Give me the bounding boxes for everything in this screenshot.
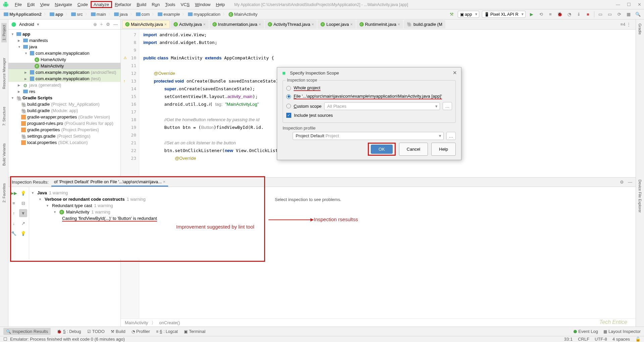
radio-custom-scope[interactable]: Custom scope All Places …	[286, 101, 452, 111]
status-icon[interactable]: ☐	[3, 337, 7, 342]
tab-instrumentation[interactable]: CInstrumentation.java×	[209, 20, 264, 29]
tab-mainactivity[interactable]: CMainActivity.java×	[122, 20, 170, 29]
stop-icon[interactable]: ■	[585, 11, 591, 18]
sync-icon[interactable]: ⟳	[616, 11, 623, 18]
search-icon[interactable]: 🔍	[635, 11, 641, 18]
crumb-root[interactable]: MyApplication2	[3, 11, 43, 17]
profile-browse[interactable]: …	[446, 132, 456, 140]
tool-terminal[interactable]: ▣ Terminal	[184, 329, 205, 334]
custom-scope-select[interactable]: All Places	[324, 102, 440, 110]
crumb-main[interactable]: main	[90, 11, 107, 17]
tab-buildgradle[interactable]: 🐘build.gradle (M	[404, 20, 445, 29]
minimize-icon[interactable]: —	[616, 2, 620, 7]
sidetab-gradle[interactable]: Gradle	[637, 21, 643, 37]
menu-help[interactable]: Help	[213, 1, 228, 8]
run-config-selector[interactable]: ▣ app	[458, 11, 479, 18]
lock-icon[interactable]: 🔓	[635, 337, 641, 342]
attach-debugger-icon[interactable]: ⇓	[575, 11, 582, 18]
inspection-tab[interactable]: of 'Project Default' Profile on File '..…	[51, 178, 168, 187]
cancel-button[interactable]: Cancel	[399, 143, 428, 156]
menu-window[interactable]: Window	[192, 1, 213, 8]
crumb-class[interactable]: CMainActivity	[228, 11, 258, 17]
file-encoding[interactable]: UTF-8	[595, 337, 607, 342]
sidetab-device-file-explorer[interactable]: Device File Explorer	[637, 178, 643, 214]
help-button[interactable]: Help	[431, 143, 456, 156]
wrench-icon[interactable]: 🔧	[10, 229, 18, 237]
crumb-myapp[interactable]: myapplication	[187, 11, 221, 17]
menu-view[interactable]: View	[37, 1, 52, 8]
tab-runtimeinit[interactable]: CRuntimeInit.java×	[356, 20, 403, 29]
indent-setting[interactable]: 4 spaces	[612, 337, 630, 342]
menu-run[interactable]: Run	[149, 1, 162, 8]
maximize-icon[interactable]: ☐	[627, 2, 631, 7]
profile-icon[interactable]: ◔	[566, 11, 573, 18]
tool-inspection-results[interactable]: 🔍 Inspection Results	[3, 328, 51, 335]
collapse-icon[interactable]: ÷	[100, 22, 103, 27]
tool-todo[interactable]: ☑ TODO	[87, 329, 105, 334]
settings-icon[interactable]: ⚙	[106, 22, 110, 27]
crumb-example[interactable]: example	[157, 11, 181, 17]
proj-struct-icon[interactable]: ▦	[625, 11, 632, 18]
hammer-icon[interactable]: ⚒	[448, 11, 455, 18]
cursor-position[interactable]: 33:1	[564, 337, 573, 342]
menu-refactor[interactable]: Refactor	[112, 1, 134, 8]
project-view-label[interactable]: Android	[19, 22, 34, 27]
menu-edit[interactable]: Edit	[24, 1, 37, 8]
hide-icon[interactable]: —	[628, 180, 632, 185]
bulb-icon[interactable]: 💡	[19, 189, 27, 197]
gear-icon[interactable]: ⚙	[620, 180, 624, 185]
export-icon[interactable]: ↗	[19, 219, 27, 227]
ideas-icon[interactable]: 💡	[19, 229, 27, 237]
line-ending[interactable]: CRLF	[578, 337, 589, 342]
debug-icon[interactable]: 🐞	[556, 11, 563, 18]
tabs-overflow[interactable]: ≡4 ⋮	[617, 22, 634, 27]
apply-changes-icon[interactable]: ⟲	[538, 11, 544, 18]
avd-icon[interactable]: ▭	[597, 11, 604, 18]
tool-debug[interactable]: 🐞 5: Debug	[57, 329, 81, 334]
close-window-icon[interactable]: ✕	[638, 2, 641, 7]
collapse-all-icon[interactable]: ≡	[10, 199, 18, 207]
gutter[interactable]: 789⚠101112↑1314151617181920212223	[121, 30, 139, 319]
tool-logcat[interactable]: ≡ 6: Logcat	[156, 329, 178, 334]
next-icon[interactable]: ↓	[10, 219, 18, 227]
inspection-tree[interactable]: ▼Java 1 warning ▼Verbose or redundant co…	[29, 187, 271, 259]
run-icon[interactable]: ▶	[528, 11, 535, 18]
target-icon[interactable]: ⊕	[93, 22, 97, 27]
sidetab-resource-manager[interactable]: Resource Manager	[1, 56, 7, 91]
menu-file[interactable]: FFileile	[12, 1, 24, 8]
expand-all-icon[interactable]: ⊟	[19, 199, 27, 207]
checkbox-include-tests[interactable]: ✓Include test sources	[286, 111, 452, 119]
ok-button[interactable]: OK	[371, 145, 393, 154]
profile-select[interactable]: Project Default Project	[293, 132, 444, 140]
menu-code[interactable]: Code	[75, 1, 91, 8]
sidetab-favorites[interactable]: 2: Favorites	[1, 181, 7, 204]
sdk-icon[interactable]: ▭	[606, 11, 613, 18]
sidetab-project[interactable]: 1: Project	[1, 23, 7, 42]
radio-file[interactable]: File '...\app\src\main\java\com\example\…	[286, 92, 452, 101]
tool-layout-inspector[interactable]: ▦ Layout Inspector	[603, 329, 641, 334]
tab-looper[interactable]: CLooper.java×	[317, 20, 355, 29]
menu-tools[interactable]: Tools	[162, 1, 178, 8]
hide-icon[interactable]: —	[113, 22, 118, 27]
rerun-icon[interactable]: ▶▶	[10, 189, 18, 197]
tool-build[interactable]: ⚒ Build	[111, 329, 126, 334]
prev-icon[interactable]: ↑	[10, 209, 18, 217]
close-icon[interactable]: ✕	[453, 70, 457, 76]
editor-breadcrumb[interactable]: MainActivity〉onCreate()	[121, 319, 636, 327]
sidetab-build-variants[interactable]: Build Variants	[1, 141, 7, 168]
device-selector[interactable]: 📱 Pixel XL API R	[482, 11, 526, 18]
custom-scope-browse[interactable]: …	[443, 102, 452, 110]
filter-icon[interactable]: ▼	[19, 209, 27, 217]
tab-activity[interactable]: CActivity.java×	[170, 20, 209, 29]
tab-activitythread[interactable]: CActivityThread.java×	[265, 20, 317, 29]
menu-build[interactable]: Build	[134, 1, 149, 8]
radio-whole-project[interactable]: Whole project	[286, 84, 452, 92]
crumb-src[interactable]: src	[70, 11, 84, 17]
crumb-app[interactable]: app	[49, 11, 64, 17]
restart-activity-icon[interactable]: ≡	[547, 11, 554, 18]
sidetab-structure[interactable]: 7: Structure	[1, 105, 7, 128]
menu-analyze[interactable]: Analyze	[91, 1, 112, 8]
crumb-com[interactable]: com	[135, 11, 151, 17]
menu-navigate[interactable]: Navigate	[52, 1, 75, 8]
tool-event-log[interactable]: Event Log	[574, 329, 598, 334]
